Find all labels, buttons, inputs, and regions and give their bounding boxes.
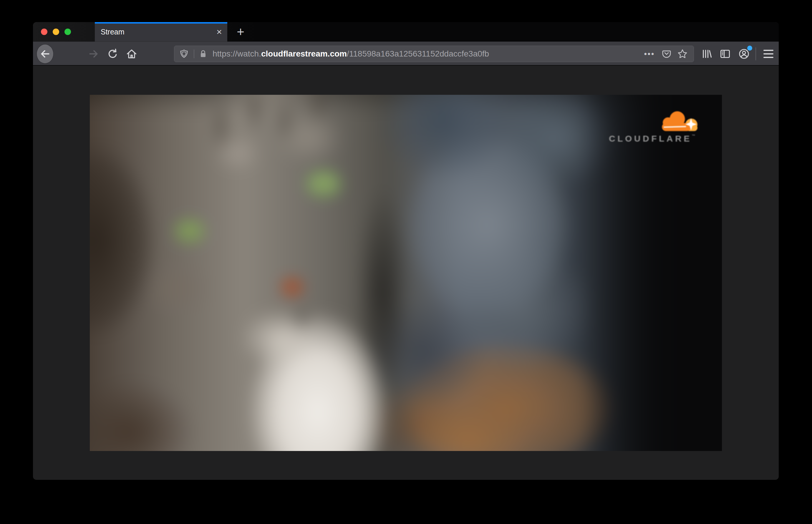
navigation-toolbar: https://watch.cloudflarestream.com/11859… [33,42,779,66]
pocket-button[interactable] [661,49,672,59]
tab-bar: Stream × + [33,22,779,42]
video-frame-blurry-cat [90,95,722,451]
video-player[interactable]: CLOUDFLARE™ [90,95,722,451]
pocket-icon [661,49,672,59]
bookmark-button[interactable] [677,49,688,59]
cloudflare-watermark: CLOUDFLARE™ [609,110,703,144]
reload-button[interactable] [104,42,121,66]
close-window-button[interactable] [41,29,47,35]
back-icon [37,45,53,63]
minimize-window-button[interactable] [53,29,59,35]
browser-window: Stream × + [33,22,779,480]
url-path: /118598a163a125631152ddaccfe3a0fb [347,49,489,58]
urlbar-divider [194,49,194,58]
account-button[interactable] [735,42,753,66]
forward-button[interactable] [85,42,102,66]
bookmark-star-icon [677,49,688,59]
page-actions-icon[interactable]: ••• [644,49,655,59]
cloudflare-cloud-icon [658,110,702,132]
address-bar[interactable]: https://watch.cloudflarestream.com/11859… [174,46,694,62]
home-icon [126,48,137,60]
tab-title: Stream [101,28,125,36]
url-scheme: https://watch. [213,49,261,58]
sidebar-button[interactable] [716,42,734,66]
new-tab-button[interactable]: + [231,22,250,42]
account-notification-dot [747,46,752,51]
forward-icon [88,48,99,60]
zoom-window-button[interactable] [64,29,71,35]
reload-icon [107,48,118,60]
tracking-protection-icon[interactable] [179,49,189,59]
back-button[interactable] [37,42,53,66]
url-text[interactable]: https://watch.cloudflarestream.com/11859… [213,49,644,59]
connection-security-lock-icon[interactable] [198,49,208,59]
sidebar-icon [719,48,731,60]
page-content: CLOUDFLARE™ [33,66,779,479]
toolbar-divider [756,47,756,60]
library-icon [701,48,713,60]
tab-stream[interactable]: Stream × [95,22,227,42]
window-controls [41,22,71,42]
close-tab-icon[interactable]: × [216,27,222,36]
trademark-mark: ™ [692,134,695,138]
library-button[interactable] [698,42,715,66]
menu-icon [763,50,774,58]
menu-button[interactable] [760,42,777,66]
cloudflare-wordmark: CLOUDFLARE™ [609,134,703,144]
home-button[interactable] [123,42,140,66]
url-domain: cloudflarestream.com [261,49,347,58]
